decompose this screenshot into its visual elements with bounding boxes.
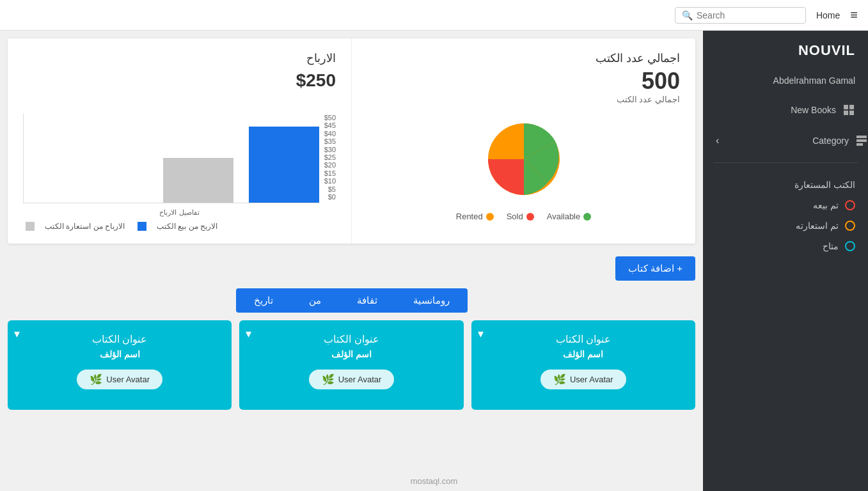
book-menu-icon-2[interactable]: ▾: [246, 327, 251, 341]
search-input[interactable]: [697, 10, 799, 20]
book-menu-icon-1[interactable]: ▾: [14, 327, 20, 341]
book-author-3: اسم الؤلف: [482, 349, 685, 359]
category-icon: [855, 134, 868, 147]
books-count-title: اجمالي عدد الكتب: [367, 51, 680, 65]
layout: الارباح $250 $50 $45 $40 $35 $30 $25 $20…: [0, 31, 868, 491]
rented-books-title: الكتب المستعارة: [794, 180, 855, 190]
sidebar-rented-section: الكتب المستعارة تم بيعه تم استعارته متاح: [703, 168, 868, 263]
legend-rented: Rented: [456, 212, 494, 221]
sidebar-item-category[interactable]: Category: [732, 127, 868, 155]
book-card-1: ▾ عنوان الكتاب اسم الؤلف User Avatar 🌿: [8, 320, 232, 410]
book-card-2: ▾ عنوان الكتاب اسم الؤلف User Avatar 🌿: [239, 320, 463, 410]
book-avatar-2: User Avatar 🌿: [249, 370, 453, 389]
avatar-icon-1: 🌿: [90, 373, 102, 386]
available-circle: [845, 241, 855, 251]
book-title-1: عنوان الكتاب: [18, 333, 221, 345]
search-box[interactable]: 🔍: [675, 7, 806, 24]
books-panel: اجمالي عدد الكتب 500 اجمالي عدد الكتب: [352, 38, 695, 244]
earnings-amount: $250: [23, 70, 336, 91]
bar-gray: [163, 158, 233, 203]
legend-sold: Sold: [507, 212, 534, 221]
avatar-icon-2: 🌿: [322, 373, 335, 386]
books-count-number: 500: [367, 68, 680, 95]
legend-gray-label: الارباح من استعارة الكتب: [45, 222, 125, 231]
avatar-oval-1[interactable]: User Avatar 🌿: [77, 370, 162, 389]
tab-from[interactable]: من: [291, 288, 339, 313]
legend-blue-label: الاربح من بيع الكتب: [157, 222, 217, 231]
sold-circle: [845, 200, 855, 210]
available-label: Available: [547, 212, 581, 221]
chart-subtitle: تفاصيل الارباح: [23, 208, 336, 217]
sold-legend-label: تم بيعه: [813, 200, 839, 210]
svg-rect-4: [849, 111, 854, 115]
filter-tabs: تاريخ من ثقافة رومانسية: [8, 288, 695, 313]
avatar-oval-2[interactable]: User Avatar 🌿: [309, 370, 395, 389]
tab-romance[interactable]: رومانسية: [395, 288, 468, 313]
earnings-panel: الارباح $250 $50 $45 $40 $35 $30 $25 $20…: [8, 38, 352, 244]
svg-rect-5: [856, 136, 867, 138]
rented-legend-label: تم استعارته: [796, 221, 839, 231]
book-avatar-3: User Avatar 🌿: [482, 370, 685, 389]
main-content: الارباح $250 $50 $45 $40 $35 $30 $25 $20…: [0, 31, 703, 491]
bar-chart: $50 $45 $40 $35 $30 $25 $20 $15 $10 $5 $…: [23, 101, 336, 203]
tab-culture[interactable]: ثقافة: [339, 288, 395, 313]
book-menu-icon-3[interactable]: ▾: [478, 327, 484, 341]
avatar-oval-3[interactable]: User Avatar 🌿: [541, 370, 626, 389]
add-book-row: + اضافة كتاب: [0, 251, 703, 286]
collapse-button[interactable]: ‹: [703, 127, 732, 154]
add-book-button[interactable]: + اضافة كتاب: [615, 256, 695, 281]
legend-blue-box: [138, 222, 146, 231]
books-subtitle: اجمالي عدد الكتب: [367, 95, 680, 104]
legend-available-item: متاح: [716, 236, 855, 256]
rented-circle: [845, 221, 855, 231]
svg-rect-1: [844, 105, 848, 109]
books-grid: ▾ عنوان الكتاب اسم الؤلف User Avatar 🌿 ▾…: [0, 320, 703, 417]
y-axis-labels: $50 $45 $40 $35 $30 $25 $20 $15 $10 $5 $…: [324, 114, 336, 203]
rented-label: Rented: [456, 212, 483, 221]
svg-rect-7: [856, 143, 863, 146]
bars-area: [23, 114, 319, 203]
book-author-2: اسم الؤلف: [249, 349, 453, 359]
pie-container: Available Sold Rented: [367, 114, 680, 221]
available-dot: [583, 213, 591, 221]
svg-rect-6: [856, 139, 867, 142]
book-card-3: ▾ عنوان الكتاب اسم الؤلف User Avatar 🌿: [471, 320, 695, 410]
legend-rented-books-title: الكتب المستعارة: [716, 175, 855, 195]
tab-history[interactable]: تاريخ: [236, 288, 291, 313]
legend-available: Available: [547, 212, 592, 221]
available-legend-label: متاح: [823, 241, 839, 251]
avatar-label-1: User Avatar: [106, 375, 150, 384]
pie-legend: Available Sold Rented: [456, 212, 591, 221]
pie-chart-svg: [479, 114, 569, 204]
book-title-3: عنوان الكتاب: [482, 333, 685, 345]
home-link[interactable]: Home: [816, 10, 840, 20]
rented-dot: [486, 213, 494, 221]
brand-label: NOUVIL: [703, 31, 868, 70]
sold-dot: [526, 213, 534, 221]
earnings-title: الارباح: [23, 51, 336, 65]
avatar-label-3: User Avatar: [570, 375, 613, 384]
svg-rect-3: [844, 111, 848, 115]
avatar-label-2: User Avatar: [338, 375, 382, 384]
menu-icon[interactable]: ≡: [850, 8, 858, 22]
sidebar-item-new-books[interactable]: New Books: [703, 96, 868, 124]
bar-blue: [249, 127, 319, 203]
legend-rented-item: تم استعارته: [716, 215, 855, 236]
sidebar: NOUVIL Abdelrahman Gamal New Books ‹ Cat…: [703, 31, 868, 491]
legend-sold-item: تم بيعه: [716, 195, 855, 215]
chart-legend: الاربح من بيع الكتب الارباح من استعارة ا…: [23, 222, 336, 231]
user-name: Abdelrahman Gamal: [703, 70, 868, 96]
svg-rect-2: [849, 105, 854, 109]
topbar: 🔍 Home ≡: [0, 0, 868, 31]
book-avatar-1: User Avatar 🌿: [18, 370, 221, 389]
book-title-2: عنوان الكتاب: [249, 333, 453, 345]
legend-gray-box: [26, 222, 35, 231]
grid-icon: [842, 104, 855, 116]
search-icon: 🔍: [682, 10, 693, 20]
sold-label: Sold: [507, 212, 523, 221]
category-label: Category: [812, 136, 849, 146]
stats-row: الارباح $250 $50 $45 $40 $35 $30 $25 $20…: [8, 38, 695, 244]
avatar-icon-3: 🌿: [553, 373, 566, 386]
book-author-1: اسم الؤلف: [18, 349, 221, 359]
new-books-label: New Books: [791, 105, 836, 115]
